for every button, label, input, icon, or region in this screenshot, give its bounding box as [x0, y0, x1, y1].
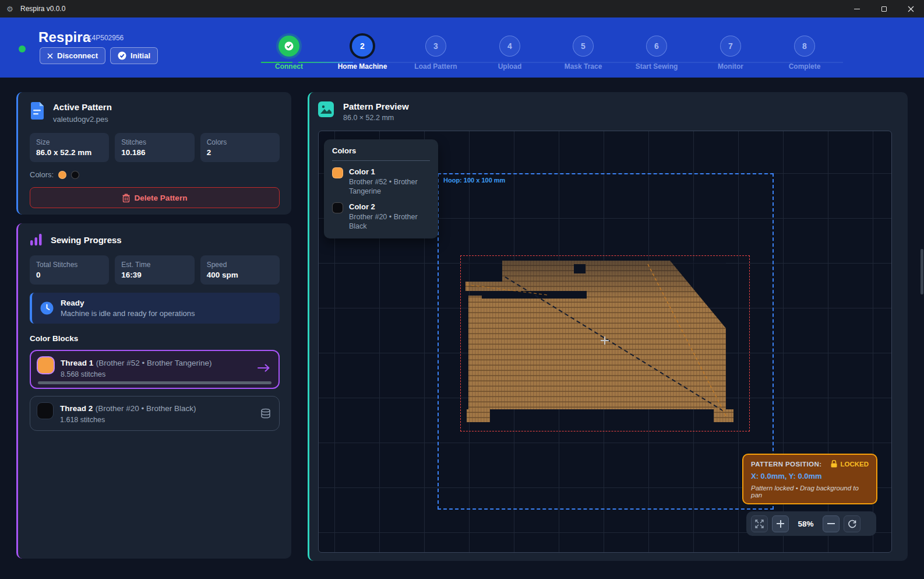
colors-legend: Colors Color 1 Brother #52 • Brother Tan… [324, 139, 438, 238]
legend-color-detail: Brother #20 • Brother Black [349, 213, 430, 231]
plus-icon [777, 520, 784, 528]
app-window: ⚙ Respira v0.0.0 Respira • K4P502956 Dis… [0, 0, 924, 579]
thread-2-stitch-count: 1.618 stitches [60, 416, 196, 424]
stat-colors: Colors 2 [200, 133, 280, 162]
step-number: 6 [654, 41, 659, 51]
initial-label: Initial [131, 51, 150, 60]
app-icon: ⚙ [6, 5, 15, 13]
step-start-sewing-label: Start Sewing [622, 62, 692, 71]
trash-icon [122, 194, 130, 202]
step-number: 7 [728, 41, 733, 51]
legend-swatch-orange [332, 167, 343, 178]
legend-color-name: Color 2 [349, 202, 430, 211]
step-start-sewing[interactable]: 6 Start Sewing [622, 36, 692, 71]
legend-title: Colors [332, 146, 430, 161]
preview-canvas[interactable]: Hoop: 100 x 100 mm [318, 131, 892, 553]
connection-status-dot [19, 45, 26, 52]
stat-value: 86.0 x 52.2 mm [36, 148, 103, 157]
stat-label: Speed [207, 261, 273, 269]
thread-row-2[interactable]: Thread 2 (Brother #20 • Brother Black) 1… [30, 396, 280, 431]
delete-pattern-button[interactable]: Delete Pattern [30, 187, 280, 208]
step-load-pattern[interactable]: 3 Load Pattern [401, 36, 471, 71]
color-dot-black [71, 171, 79, 179]
thread-1-swatch [38, 357, 54, 373]
maximize-icon [881, 6, 887, 12]
stat-stitches: Stitches 10.186 [115, 133, 194, 162]
stat-value: 16:39 [121, 271, 188, 279]
step-number: 3 [433, 41, 438, 51]
step-connect-circle [278, 36, 299, 57]
zoom-toolbar: 58% [746, 511, 876, 536]
legend-color-name: Color 1 [349, 167, 430, 176]
active-pattern-title: Active Pattern [53, 102, 112, 112]
step-home-machine[interactable]: 2 Home Machine [327, 36, 397, 71]
minus-icon [827, 523, 835, 524]
color-blocks-title: Color Blocks [30, 334, 280, 343]
thread-2-detail: (Brother #20 • Brother Black) [96, 404, 196, 413]
stat-size: Size 86.0 x 52.2 mm [30, 133, 109, 162]
stat-speed: Speed 400 spm [200, 255, 280, 285]
bar-chart-icon [30, 233, 43, 246]
delete-pattern-label: Delete Pattern [135, 194, 188, 202]
stat-label: Stitches [121, 138, 188, 146]
arrow-right-icon [258, 364, 270, 372]
disconnect-button[interactable]: Disconnect [40, 47, 105, 64]
machine-status-box: Ready Machine is idle and ready for oper… [30, 293, 280, 324]
file-icon [30, 102, 45, 120]
thread-1-detail: (Brother #52 • Brother Tangerine) [96, 359, 212, 367]
thread-2-swatch [37, 403, 53, 419]
check-icon [284, 41, 294, 51]
zoom-level: 58% [793, 520, 819, 528]
status-title: Ready [61, 299, 195, 307]
legend-color-detail: Brother #52 • Brother Tangerine [349, 178, 430, 196]
locked-badge: LOCKED [840, 461, 869, 468]
active-pattern-card: Active Pattern valetudogv2.pes Size 86.0… [16, 92, 291, 215]
zoom-in-button[interactable] [772, 515, 789, 532]
step-home-machine-circle: 2 [352, 36, 373, 57]
step-upload[interactable]: 4 Upload [475, 36, 545, 71]
step-connect[interactable]: Connect [254, 36, 324, 71]
step-complete-circle: 8 [794, 36, 815, 57]
step-mask-trace-circle: 5 [573, 36, 594, 57]
minimize-button[interactable] [844, 0, 870, 17]
step-start-sewing-circle: 6 [646, 36, 667, 57]
pattern-position-label: PATTERN POSITION: [751, 461, 821, 468]
stat-total-stitches: Total Stitches 0 [30, 255, 109, 285]
reset-view-button[interactable] [844, 515, 860, 532]
thread-1-name: Thread 1 [61, 359, 93, 367]
step-monitor-circle: 7 [720, 36, 741, 57]
step-number: 8 [802, 41, 807, 51]
step-complete[interactable]: 8 Complete [770, 36, 840, 71]
pattern-coordinates: X: 0.0mm, Y: 0.0mm [751, 472, 869, 480]
initial-button[interactable]: Initial [110, 47, 158, 64]
stat-value: 0 [36, 271, 103, 279]
step-monitor[interactable]: 7 Monitor [696, 36, 766, 71]
stat-value: 10.186 [121, 148, 188, 157]
image-icon [318, 101, 334, 117]
zoom-out-button[interactable] [823, 515, 840, 532]
step-connect-label: Connect [254, 62, 324, 71]
pattern-preview-card: Pattern Preview 86.0 × 52.2 mm Hoop: 100… [308, 92, 908, 561]
pattern-position-hint: Pattern locked • Drag background to pan [751, 485, 869, 499]
fit-to-view-button[interactable] [751, 515, 768, 532]
step-number: 5 [581, 41, 586, 51]
step-mask-trace[interactable]: 5 Mask Trace [548, 36, 618, 71]
step-home-machine-label: Home Machine [327, 62, 397, 71]
compress-icon [755, 520, 764, 528]
close-button[interactable] [897, 0, 924, 17]
step-upload-circle: 4 [499, 36, 520, 57]
thread-row-1[interactable]: Thread 1 (Brother #52 • Brother Tangerin… [30, 350, 280, 389]
thread-1-progress-bar [38, 381, 271, 384]
center-cross-marker [600, 336, 609, 345]
maximize-button[interactable] [870, 0, 897, 17]
lock-icon [831, 460, 837, 468]
step-upload-label: Upload [475, 62, 545, 71]
vertical-scrollbar[interactable] [921, 249, 923, 294]
stat-label: Size [36, 138, 103, 146]
pattern-filename: valetudogv2.pes [53, 115, 112, 124]
pattern-preview-title: Pattern Preview [343, 101, 409, 111]
step-load-pattern-label: Load Pattern [401, 62, 471, 71]
thread-1-stitch-count: 8.568 stitches [61, 370, 212, 378]
clock-icon [40, 301, 54, 315]
machine-serial: • K4P502956 [83, 34, 124, 42]
